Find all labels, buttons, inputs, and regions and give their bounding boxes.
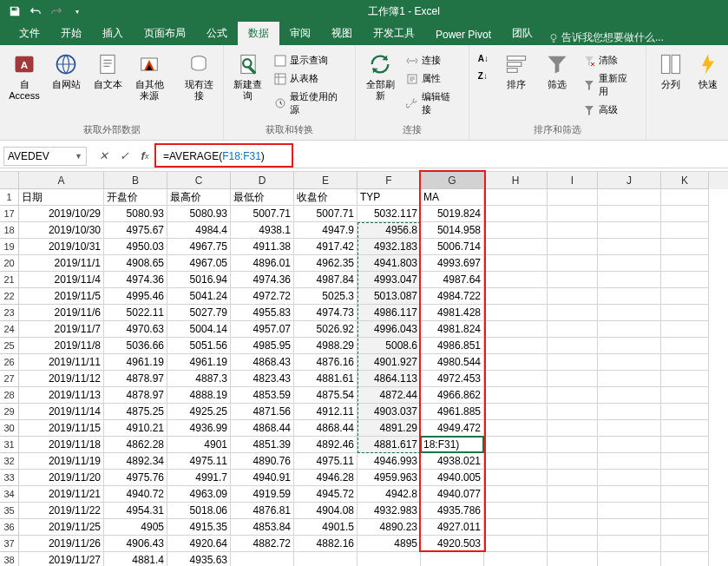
chevron-down-icon[interactable]: ▼ bbox=[75, 152, 82, 161]
cell[interactable]: 4961.19 bbox=[104, 354, 167, 371]
cell[interactable]: 4891.29 bbox=[357, 420, 421, 437]
header-low[interactable]: 最低价 bbox=[231, 189, 294, 206]
save-button[interactable] bbox=[7, 3, 23, 19]
cell[interactable]: 4853.59 bbox=[231, 387, 294, 404]
cell[interactable]: 2019/11/19 bbox=[19, 453, 104, 470]
cell[interactable]: 2019/11/12 bbox=[19, 371, 104, 387]
header-close[interactable]: 收盘价 bbox=[294, 189, 357, 206]
cell[interactable]: 4901.5 bbox=[294, 519, 357, 536]
tab-home[interactable]: 开始 bbox=[50, 22, 92, 45]
cell[interactable]: 4904.08 bbox=[294, 503, 357, 519]
cell[interactable]: 5080.93 bbox=[167, 206, 231, 222]
cancel-formula-button[interactable]: ✕ bbox=[94, 147, 113, 166]
from-other-button[interactable]: 自其他来源 bbox=[130, 49, 168, 105]
cell[interactable]: 4881.4 bbox=[104, 552, 167, 566]
cell[interactable]: 4967.75 bbox=[167, 239, 231, 255]
cell[interactable]: 4938.021 bbox=[421, 453, 484, 470]
col-header-H[interactable]: H bbox=[484, 172, 548, 189]
cell[interactable]: 4996.043 bbox=[357, 321, 421, 338]
row-header[interactable]: 27 bbox=[0, 371, 19, 387]
cell[interactable]: 4935.63 bbox=[167, 552, 231, 566]
cell[interactable]: 5006.714 bbox=[421, 239, 484, 255]
cell[interactable]: 4864.113 bbox=[357, 371, 421, 387]
cell[interactable]: 5025.3 bbox=[294, 288, 357, 305]
cell[interactable]: 2019/11/1 bbox=[19, 255, 104, 272]
cell[interactable]: 4862.28 bbox=[104, 437, 167, 453]
cell[interactable]: 4974.36 bbox=[231, 272, 294, 288]
cell[interactable]: 4905 bbox=[104, 519, 167, 536]
cell[interactable]: 4975.67 bbox=[104, 222, 167, 239]
cell[interactable]: 2019/11/27 bbox=[19, 552, 104, 566]
sort-za-button[interactable]: Z↓ bbox=[475, 69, 494, 85]
cell[interactable]: 4972.72 bbox=[231, 288, 294, 305]
cell[interactable]: 2019/11/21 bbox=[19, 486, 104, 503]
sort-az-button[interactable]: A↓ bbox=[475, 52, 494, 68]
cell[interactable]: 5014.958 bbox=[421, 222, 484, 239]
cell[interactable]: 4961.885 bbox=[421, 404, 484, 420]
cell[interactable]: 4984.722 bbox=[421, 288, 484, 305]
cell[interactable]: 4947.9 bbox=[294, 222, 357, 239]
undo-button[interactable] bbox=[28, 3, 43, 19]
cell[interactable]: 4919.59 bbox=[231, 486, 294, 503]
cell[interactable]: 4940.005 bbox=[421, 470, 484, 486]
tab-view[interactable]: 视图 bbox=[321, 22, 363, 45]
cell[interactable]: 4975.76 bbox=[104, 470, 167, 486]
cell[interactable]: 4927.011 bbox=[421, 519, 484, 536]
cell[interactable]: 4911.38 bbox=[231, 239, 294, 255]
cell[interactable]: 5019.824 bbox=[421, 206, 484, 222]
cell[interactable]: 4935.786 bbox=[421, 503, 484, 519]
cell[interactable]: 4954.31 bbox=[104, 503, 167, 519]
cell[interactable]: 2019/11/4 bbox=[19, 272, 104, 288]
cell[interactable]: 5018.06 bbox=[167, 503, 231, 519]
cell[interactable]: 4980.544 bbox=[421, 354, 484, 371]
tab-pivot[interactable]: Power Pivot bbox=[425, 24, 502, 45]
filter-button[interactable]: 筛选 bbox=[539, 49, 577, 94]
cell[interactable]: 4940.077 bbox=[421, 486, 484, 503]
tab-dev[interactable]: 开发工具 bbox=[363, 22, 425, 45]
insert-function-button[interactable]: fx bbox=[135, 147, 154, 166]
cell[interactable]: 4986.851 bbox=[421, 338, 484, 354]
cell[interactable]: 4972.453 bbox=[421, 371, 484, 387]
advanced-filter-button[interactable]: 高级 bbox=[580, 102, 640, 118]
cell[interactable]: 4946.28 bbox=[294, 470, 357, 486]
col-header-J[interactable]: J bbox=[598, 172, 661, 189]
header-open[interactable]: 开盘价 bbox=[104, 189, 167, 206]
sort-button[interactable]: 排序 bbox=[497, 49, 535, 94]
enter-formula-button[interactable]: ✓ bbox=[115, 147, 134, 166]
cell[interactable]: 4940.72 bbox=[104, 486, 167, 503]
row-header[interactable]: 35 bbox=[0, 503, 19, 519]
cell[interactable]: 4920.503 bbox=[421, 536, 484, 552]
cell[interactable]: 5026.92 bbox=[294, 321, 357, 338]
cell[interactable]: 4963.09 bbox=[167, 486, 231, 503]
cell[interactable]: 4987.84 bbox=[294, 272, 357, 288]
cell[interactable]: 4888.19 bbox=[167, 387, 231, 404]
row-header[interactable]: 32 bbox=[0, 453, 19, 470]
tab-data[interactable]: 数据 bbox=[238, 22, 279, 45]
cell[interactable]: 4993.047 bbox=[357, 272, 421, 288]
cell[interactable]: 4871.56 bbox=[231, 404, 294, 420]
cell[interactable]: 4970.63 bbox=[104, 321, 167, 338]
properties-button[interactable]: 属性 bbox=[403, 70, 463, 87]
spreadsheet-grid[interactable]: A B C D E F G H I J K 1 日期 开盘价 最高价 最低价 收… bbox=[0, 172, 728, 566]
row-header[interactable]: 17 bbox=[0, 206, 19, 222]
cell[interactable]: 2019/11/15 bbox=[19, 420, 104, 437]
cell[interactable]: 4966.862 bbox=[421, 387, 484, 404]
flash-fill-button[interactable]: 快速 bbox=[693, 49, 723, 94]
cell[interactable]: 4995.46 bbox=[104, 288, 167, 305]
clear-filter-button[interactable]: 清除 bbox=[580, 52, 640, 69]
redo-button[interactable] bbox=[49, 3, 64, 19]
cell[interactable]: 4875.54 bbox=[294, 387, 357, 404]
cell[interactable]: 4868.44 bbox=[231, 420, 294, 437]
cell[interactable]: 5027.79 bbox=[167, 305, 231, 321]
col-header-G[interactable]: G bbox=[421, 172, 484, 189]
name-box[interactable]: AVEDEV ▼ bbox=[3, 147, 87, 166]
cell[interactable]: 4868.44 bbox=[294, 420, 357, 437]
cell[interactable]: 4910.21 bbox=[104, 420, 167, 437]
cell[interactable]: 4868.43 bbox=[231, 354, 294, 371]
row-header[interactable]: 30 bbox=[0, 420, 19, 437]
cell[interactable]: 4986.117 bbox=[357, 305, 421, 321]
qat-dropdown[interactable]: ▾ bbox=[69, 3, 85, 19]
cell[interactable]: 4895 bbox=[357, 536, 421, 552]
cell[interactable]: 4941.803 bbox=[357, 255, 421, 272]
cell[interactable]: 4892.34 bbox=[104, 453, 167, 470]
